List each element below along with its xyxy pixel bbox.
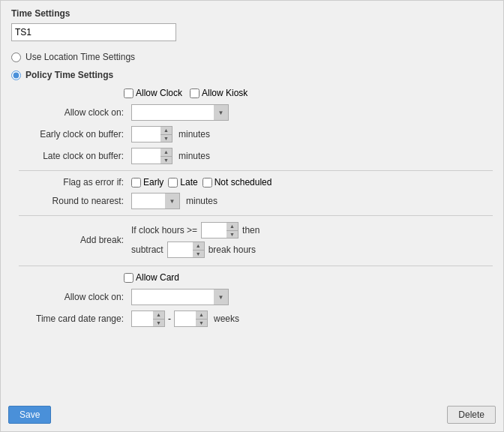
early-buffer-spinner: ▲ ▼ — [131, 126, 172, 142]
footer-row: Save Delete — [8, 406, 496, 424]
break-inner: If clock hours >= ▲ ▼ then subtract — [131, 222, 260, 258]
allow-kiosk-label: Allow Kiosk — [202, 88, 248, 98]
round-minutes-unit: minutes — [186, 196, 218, 206]
flag-late-checkbox[interactable] — [168, 178, 178, 188]
page-container: Time Settings Use Location Time Settings… — [0, 0, 504, 432]
time-settings-name-input[interactable] — [11, 23, 176, 41]
allow-card-clock-select-wrapper: ▼ — [131, 289, 229, 305]
break-subtract-spinner: ▲ ▼ — [167, 242, 205, 258]
break-subtract-spinner-buttons: ▲ ▼ — [193, 242, 205, 258]
flag-not-scheduled-checkbox[interactable] — [202, 178, 212, 188]
late-buffer-spinner: ▲ ▼ — [131, 148, 172, 164]
weeks-label: weeks — [214, 314, 239, 324]
early-buffer-row: Early clock on buffer: ▲ ▼ minutes — [19, 126, 493, 142]
if-label: If clock hours >= — [131, 225, 197, 236]
allow-clock-item: Allow Clock — [124, 88, 182, 98]
allow-card-checkbox-row: Allow Card — [124, 272, 493, 283]
flag-not-scheduled-item: Not scheduled — [202, 177, 272, 188]
page-title: Time Settings — [11, 8, 493, 19]
range-end-spinner: ▲ ▼ — [174, 310, 208, 327]
range-dash: - — [168, 314, 171, 324]
flag-not-scheduled-label: Not scheduled — [214, 177, 272, 188]
allow-card-clock-select[interactable] — [131, 289, 229, 305]
early-buffer-label: Early clock on buffer: — [19, 129, 131, 140]
flag-early-label: Early — [143, 177, 164, 188]
early-buffer-down[interactable]: ▼ — [160, 135, 172, 142]
flag-late-item: Late — [168, 177, 197, 188]
allow-clock-label: Allow Clock — [136, 88, 182, 98]
break-threshold-down[interactable]: ▼ — [226, 231, 238, 238]
add-break-row: Add break: If clock hours >= ▲ ▼ then — [19, 222, 493, 258]
allow-card-item: Allow Card — [124, 272, 179, 283]
early-buffer-spinner-buttons: ▲ ▼ — [160, 126, 172, 142]
range-end-down[interactable]: ▼ — [196, 320, 207, 327]
break-line-2: subtract ▲ ▼ break hours — [131, 242, 260, 258]
allow-kiosk-item: Allow Kiosk — [190, 88, 248, 98]
break-hours-label: break hours — [208, 244, 256, 255]
allow-kiosk-checkbox[interactable] — [190, 88, 200, 98]
late-buffer-up[interactable]: ▲ — [160, 148, 172, 157]
round-to-nearest-label: Round to nearest: — [19, 196, 131, 206]
policy-radio-row: Policy Time Settings — [11, 70, 493, 80]
early-buffer-up[interactable]: ▲ — [160, 127, 172, 135]
range-end-up[interactable]: ▲ — [196, 311, 207, 320]
flag-error-row: Flag as error if: Early Late Not schedul… — [19, 177, 493, 188]
allow-card-clock-label: Allow clock on: — [19, 292, 131, 302]
policy-label: Policy Time Settings — [26, 70, 113, 80]
allow-clock-on-select-wrapper: ▼ — [131, 104, 229, 121]
break-subtract-down[interactable]: ▼ — [193, 250, 204, 258]
time-card-range-control: ▲ ▼ - ▲ ▼ weeks — [131, 310, 239, 327]
use-location-label: Use Location Time Settings — [26, 52, 135, 62]
late-buffer-row: Late clock on buffer: ▲ ▼ minutes — [19, 148, 493, 164]
allow-clock-on-row: Allow clock on: ▼ — [19, 104, 493, 121]
allow-card-checkbox[interactable] — [124, 273, 134, 283]
late-buffer-spinner-buttons: ▲ ▼ — [160, 148, 172, 164]
allow-clock-checkbox[interactable] — [124, 88, 134, 98]
late-buffer-control: ▲ ▼ minutes — [131, 148, 210, 164]
range-start-down[interactable]: ▼ — [153, 320, 164, 327]
time-card-range-row: Time card date range: ▲ ▼ - ▲ ▼ — [19, 310, 493, 327]
allow-checkboxes-row: Allow Clock Allow Kiosk — [124, 88, 493, 98]
separator-1 — [19, 170, 493, 171]
add-break-label: Add break: — [19, 235, 131, 245]
round-to-nearest-row: Round to nearest: ▼ minutes — [19, 193, 493, 209]
early-buffer-control: ▲ ▼ minutes — [131, 126, 210, 142]
range-end-spinner-buttons: ▲ ▼ — [196, 310, 208, 327]
break-threshold-spinner-buttons: ▲ ▼ — [226, 222, 238, 238]
allow-clock-on-select[interactable] — [131, 104, 229, 121]
range-start-spinner: ▲ ▼ — [131, 310, 165, 327]
flag-checkboxes: Early Late Not scheduled — [131, 177, 272, 188]
allow-clock-on-control: ▼ — [131, 104, 229, 121]
range-start-spinner-buttons: ▲ ▼ — [153, 310, 165, 327]
allow-card-clock-control: ▼ — [131, 289, 229, 305]
range-start-up[interactable]: ▲ — [153, 311, 164, 320]
flag-late-label: Late — [180, 177, 197, 188]
break-threshold-spinner: ▲ ▼ — [201, 222, 238, 238]
break-line-1: If clock hours >= ▲ ▼ then — [131, 222, 260, 238]
round-select-wrapper: ▼ — [131, 193, 180, 209]
separator-2 — [19, 215, 493, 216]
policy-section: Allow Clock Allow Kiosk Allow clock on: … — [19, 88, 493, 327]
radio-group: Use Location Time Settings Policy Time S… — [11, 52, 493, 80]
round-to-nearest-control: ▼ minutes — [131, 193, 218, 209]
break-subtract-up[interactable]: ▲ — [193, 242, 204, 250]
flag-error-label: Flag as error if: — [19, 177, 131, 188]
subtract-label: subtract — [131, 244, 164, 255]
round-to-nearest-select[interactable] — [131, 193, 180, 209]
break-threshold-up[interactable]: ▲ — [226, 223, 238, 231]
late-buffer-label: Late clock on buffer: — [19, 151, 131, 161]
use-location-radio[interactable] — [11, 52, 21, 62]
save-button[interactable]: Save — [8, 406, 51, 424]
policy-radio[interactable] — [11, 70, 21, 80]
allow-card-clock-row: Allow clock on: ▼ — [19, 289, 493, 305]
separator-3 — [19, 266, 493, 266]
late-buffer-unit: minutes — [178, 151, 210, 161]
early-buffer-unit: minutes — [178, 129, 210, 140]
flag-early-checkbox[interactable] — [131, 178, 141, 188]
then-label: then — [242, 225, 260, 236]
use-location-radio-row: Use Location Time Settings — [11, 52, 493, 62]
allow-clock-on-label: Allow clock on: — [19, 107, 131, 118]
allow-card-label: Allow Card — [136, 272, 179, 283]
delete-button[interactable]: Delete — [447, 406, 496, 424]
late-buffer-down[interactable]: ▼ — [160, 157, 172, 164]
